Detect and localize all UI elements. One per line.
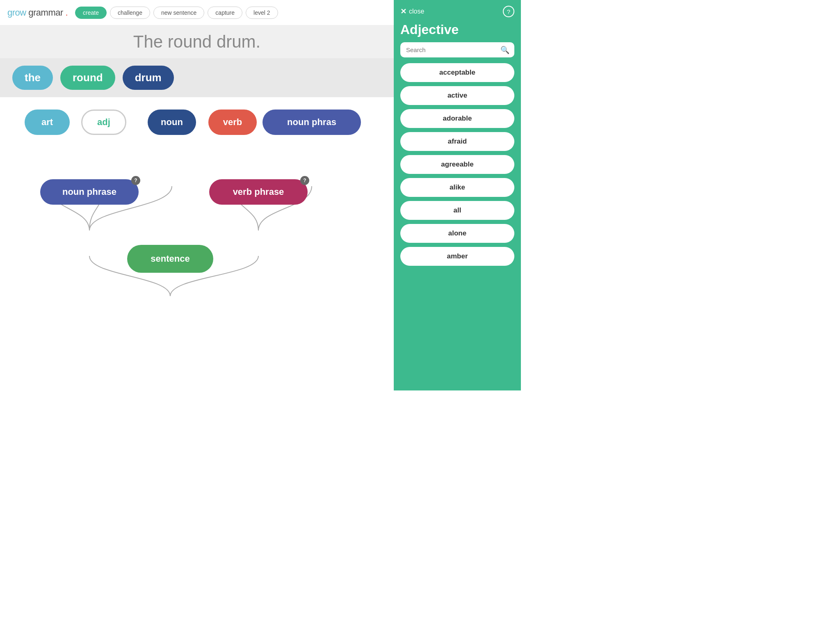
chip-the[interactable]: the — [12, 66, 53, 90]
adj-item-all[interactable]: all — [400, 201, 514, 220]
sidebar-header: ✕ close ? — [394, 0, 521, 21]
adj-item-alike[interactable]: alike — [400, 178, 514, 197]
sentence-text: The round drum. — [133, 32, 261, 52]
chip-round[interactable]: round — [60, 66, 115, 90]
adjective-list: acceptableactiveadorableafraidagreeablea… — [394, 63, 521, 390]
question-badge-nounphrase: ? — [131, 176, 140, 185]
adj-item-afraid[interactable]: afraid — [400, 132, 514, 151]
node-noun[interactable]: noun — [148, 110, 196, 135]
adj-item-acceptable[interactable]: acceptable — [400, 63, 514, 82]
node-adj[interactable]: adj — [81, 110, 126, 135]
node-sentence[interactable]: sentence — [127, 245, 213, 273]
close-label: close — [409, 8, 424, 15]
create-button[interactable]: create — [75, 7, 107, 19]
close-x-icon: ✕ — [400, 7, 406, 16]
help-button[interactable]: ? — [503, 6, 514, 17]
node-layer: artadjnounverbnoun phrasnoun phrase?verb… — [0, 97, 394, 390]
adj-item-active[interactable]: active — [400, 86, 514, 105]
logo-grow: grow — [7, 7, 26, 18]
chip-drum[interactable]: drum — [123, 66, 174, 90]
question-badge-verbphrase: ? — [300, 176, 309, 185]
level-button[interactable]: level 2 — [246, 7, 278, 19]
node-nounphrase_top[interactable]: noun phras — [262, 110, 361, 135]
adj-item-agreeable[interactable]: agreeable — [400, 155, 514, 174]
tree-area: artadjnounverbnoun phrasnoun phrase?verb… — [0, 97, 394, 390]
new-sentence-button[interactable]: new sentence — [153, 7, 204, 19]
main-content: The round drum. the round drum artadjnou… — [0, 25, 394, 390]
node-art[interactable]: art — [25, 110, 70, 135]
logo-dot: . — [65, 7, 68, 18]
app-logo: grow grammar . — [7, 7, 68, 18]
sentence-display: The round drum. — [0, 25, 394, 58]
node-verbphrase[interactable]: verb phrase? — [209, 179, 308, 205]
search-input[interactable] — [400, 42, 514, 57]
word-chips-row: the round drum — [0, 58, 394, 97]
node-nounphrase[interactable]: noun phrase? — [40, 179, 139, 205]
search-icon: 🔍 — [500, 46, 509, 55]
close-button[interactable]: ✕ close — [400, 7, 424, 16]
adj-item-amber[interactable]: amber — [400, 247, 514, 266]
sidebar-title: Adjective — [394, 21, 521, 42]
adj-item-adorable[interactable]: adorable — [400, 109, 514, 128]
logo-grammar: grammar — [28, 7, 63, 18]
node-verb[interactable]: verb — [208, 110, 257, 135]
sidebar: ✕ close ? Adjective 🔍 acceptableactivead… — [394, 0, 521, 390]
challenge-button[interactable]: challenge — [110, 7, 150, 19]
sidebar-search: 🔍 — [400, 42, 514, 57]
capture-button[interactable]: capture — [208, 7, 242, 19]
adj-item-alone[interactable]: alone — [400, 224, 514, 243]
